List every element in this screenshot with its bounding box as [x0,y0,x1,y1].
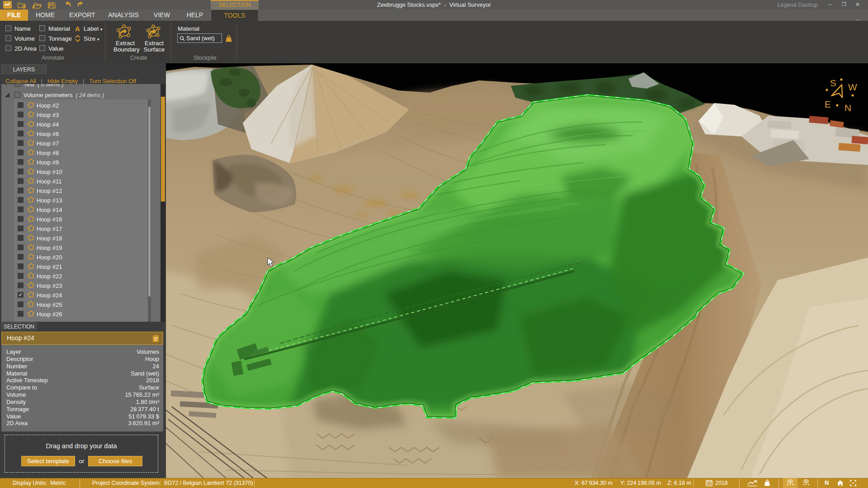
svg-text:N: N [844,103,851,113]
svg-text:S: S [830,78,836,88]
svg-text:E: E [825,99,831,109]
svg-text:W: W [848,82,857,92]
